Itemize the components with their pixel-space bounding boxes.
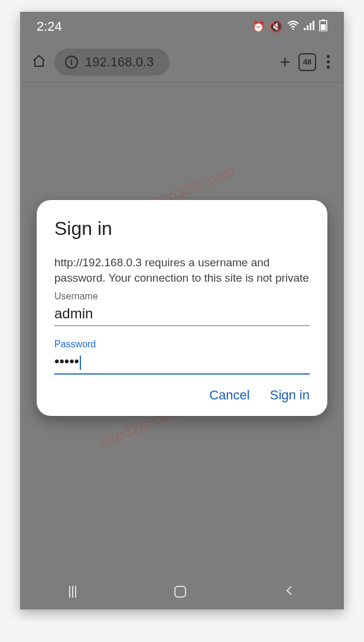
url-text: 192.168.0.3 — [85, 54, 154, 70]
new-tab-icon[interactable]: + — [280, 52, 290, 72]
auth-dialog: Sign in http://192.168.0.3 requires a us… — [37, 200, 327, 416]
svg-point-0 — [292, 28, 294, 30]
alarm-icon: ⏰ — [252, 20, 265, 33]
site-info-icon[interactable]: i — [65, 56, 78, 69]
status-time: 2:24 — [37, 19, 62, 34]
dialog-message: http://192.168.0.3 requires a username a… — [54, 255, 310, 285]
tab-switcher[interactable]: 48 — [298, 53, 316, 71]
svg-rect-7 — [321, 24, 326, 30]
nav-recent-icon[interactable] — [69, 586, 76, 598]
signin-button[interactable]: Sign in — [270, 388, 310, 403]
text-cursor — [80, 356, 81, 370]
cancel-button[interactable]: Cancel — [209, 388, 249, 403]
password-field[interactable]: ••••• — [54, 350, 310, 375]
svg-rect-1 — [304, 28, 306, 30]
browser-toolbar: i 192.168.0.3 + 48 — [20, 41, 344, 83]
username-label: Username — [54, 291, 310, 302]
home-icon[interactable] — [32, 54, 46, 70]
battery-icon — [319, 20, 327, 34]
svg-rect-4 — [313, 21, 314, 30]
password-label: Password — [54, 339, 310, 350]
nav-home-icon[interactable] — [174, 586, 186, 598]
phone-screen: 2:24 ⏰ 🔇 i 192.168.0.3 + 48 esp32 — [20, 12, 344, 609]
mute-icon: 🔇 — [269, 20, 282, 33]
page-content: esp32io.com esp32io.com Sign in http://1… — [20, 83, 344, 574]
url-bar[interactable]: i 192.168.0.3 — [54, 49, 170, 76]
menu-icon[interactable] — [324, 53, 332, 71]
status-icons: ⏰ 🔇 — [252, 20, 327, 34]
svg-rect-2 — [307, 25, 308, 30]
username-field[interactable] — [54, 302, 310, 326]
android-nav-bar — [20, 574, 344, 609]
dialog-actions: Cancel Sign in — [54, 388, 310, 403]
dialog-title: Sign in — [54, 218, 310, 240]
status-bar: 2:24 ⏰ 🔇 — [20, 12, 344, 41]
svg-rect-3 — [310, 23, 311, 30]
nav-back-icon[interactable] — [284, 585, 295, 598]
signal-icon — [304, 21, 314, 33]
wifi-icon — [287, 21, 299, 33]
